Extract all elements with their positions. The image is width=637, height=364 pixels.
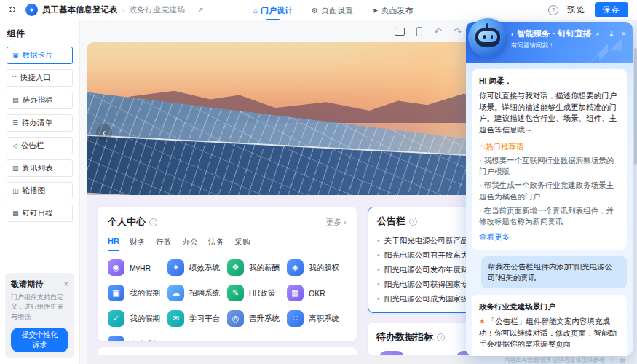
tab-portal-design[interactable]: ⌂ 门户设计 [253, 0, 293, 20]
personal-tabs: HR 财务 行政 办公 法务 采购 [108, 237, 347, 251]
mobile-view-icon[interactable] [416, 27, 422, 36]
app-okr[interactable]: ▦OKR [287, 285, 347, 301]
app-promotion[interactable]: ◎晋升系统 [227, 310, 287, 327]
app-equity[interactable]: ◈我的股权 [287, 259, 347, 276]
app-performance[interactable]: ✦绩效系统 [167, 259, 227, 276]
tab-finance[interactable]: 财务 [130, 237, 146, 251]
app-vacation[interactable]: ▣我的假期 [108, 285, 167, 301]
mail-icon: ✉ [167, 310, 184, 327]
tab-page-publish[interactable]: ➤ 页面发布 [372, 0, 413, 20]
app-recruiting[interactable]: ☁招聘系统 [167, 285, 227, 301]
app-label: 离职系统 [309, 314, 339, 324]
quick-entry-icon: ∷ [12, 74, 17, 82]
tab-legal[interactable]: 法务 [208, 237, 224, 251]
robot-eye [483, 35, 486, 39]
popup-title: 敬请期待 [11, 279, 43, 290]
sidebar-item-label: 公告栏 [21, 141, 44, 151]
section-title: 公告栏 [377, 215, 405, 228]
app-resignation[interactable]: ∷离职系统 [287, 310, 347, 327]
app-grid: ◉MyHR ✦绩效系统 ❖我的薪酬 ◈我的股权 ▣我的假期 ☁招聘系统 ✎HR政… [108, 259, 347, 341]
app-label: 我的假期 [130, 314, 160, 324]
greeting-text: Hi 闵柔， [479, 76, 620, 87]
tab-procurement[interactable]: 采购 [234, 237, 250, 251]
publish-icon: ➤ [372, 7, 378, 15]
page-footer: 内容由AI技能/服务提供者提供仅供参考 ☝ ▤ [87, 355, 637, 364]
app-learning[interactable]: ✉学习平台 [167, 310, 227, 327]
bullet-dot: • [377, 265, 380, 274]
sidebar-item-todo-metric[interactable]: ▤ 待办指标 [7, 92, 73, 109]
sidebar-item-carousel[interactable]: ◫ 轮播图 [7, 182, 73, 199]
close-icon[interactable]: × [64, 280, 68, 288]
app-label: OKR [309, 289, 325, 298]
sidebar-item-label: 待办指标 [23, 95, 53, 106]
app-label: 我的薪酬 [249, 263, 280, 273]
preview-button[interactable]: 预览 [567, 4, 586, 15]
tab-label: 门户设计 [261, 5, 293, 16]
app-salary[interactable]: ❖我的薪酬 [227, 259, 287, 276]
bullet-dot: • [377, 294, 380, 303]
monitor-icon: ▣ [108, 285, 124, 301]
scrollbar-thumb[interactable] [634, 48, 637, 165]
chat-message-area: Hi 闵柔， 你可以直接与我对话，描述你想要的门户场景。详细的描述能够生成更加精… [466, 63, 633, 356]
diamond-icon: ◈ [287, 259, 304, 276]
component-sidebar: 组件 ▣ 数据卡片 ∷ 快捷入口 ▤ 待办指标 ☰ 待办清单 ◁ 公告栏 ▥ 资… [0, 20, 80, 364]
gear-icon: ⚙ [312, 7, 318, 15]
app-vacation-2[interactable]: ✓我的假期 [108, 310, 167, 327]
top-bar-actions: ? 预览 保存 [548, 2, 628, 17]
info-icon: ? [437, 333, 445, 341]
see-more-link[interactable]: 查看更多 [479, 232, 620, 243]
tab-hr[interactable]: HR [108, 237, 119, 251]
submit-request-button[interactable]: 提交个性化诉求 [11, 328, 68, 352]
app-hr-policy[interactable]: ✎HR政策 [227, 285, 287, 301]
shield-check-icon: ✓ [108, 310, 124, 327]
help-icon[interactable]: ? [548, 5, 558, 15]
star-icon: ✦ [167, 259, 184, 276]
sidebar-item-todo-list[interactable]: ☰ 待办清单 [7, 114, 73, 132]
close-panel-icon[interactable]: × [622, 29, 626, 39]
ai-assistant-panel: ‹ 智能服务 · 钉钉宜搭 ↗ 有问题请问我！ ↧ × Hi 闵柔， 你可以直接… [466, 22, 633, 356]
app-talent-growth[interactable]: ❑人才成长 [108, 336, 167, 341]
tab-admin[interactable]: 行政 [156, 237, 172, 251]
app-logo-icon: ✦ [25, 4, 38, 16]
bullet-dot: • [377, 236, 380, 245]
personal-center-component[interactable]: 个人中心 ? 更多 › HR 财务 行政 办公 法务 采购 [98, 207, 357, 341]
sidebar-item-announcement[interactable]: ◁ 公告栏 [7, 137, 73, 154]
undo-icon[interactable]: ↶ [434, 26, 442, 37]
suggestion-item[interactable]: · 我想要一个互联网行业数据洞察场景的门户模版 [479, 155, 620, 178]
top-bar: ✦ 员工基本信息登记表 › 政务行业党建场... ↗ ⌂ 门户设计 ⚙ 页面设置… [0, 0, 637, 20]
save-button[interactable]: 保存 [595, 2, 628, 17]
app-myhr[interactable]: ◉MyHR [108, 259, 167, 276]
redo-icon[interactable]: ↷ [454, 26, 462, 37]
home-icon: ⌂ [253, 7, 258, 15]
feedback-up-icon[interactable]: ☝ [611, 357, 614, 363]
app-label: 绩效系统 [189, 263, 220, 273]
thumbs-up-icon[interactable]: ☝ [603, 355, 608, 356]
tab-office[interactable]: 办公 [182, 237, 198, 251]
thumbs-down-icon[interactable]: ☟ [614, 355, 620, 356]
news-list-icon: ▥ [12, 165, 19, 172]
page-scrollbar[interactable] [633, 20, 637, 355]
app-window: ✦ 员工基本信息登记表 › 政务行业党建场... ↗ ⌂ 门户设计 ⚙ 页面设置… [0, 0, 637, 364]
sidebar-item-quick-entry[interactable]: ∷ 快捷入口 [7, 69, 73, 87]
sidebar-item-data-card[interactable]: ▣ 数据卡片 [7, 47, 73, 64]
document-title: 员工基本信息登记表 [42, 4, 118, 15]
external-link-icon[interactable]: ↗ [197, 6, 203, 14]
tab-label: 页面设置 [321, 5, 353, 16]
pin-icon[interactable]: ↧ [608, 29, 614, 39]
sidebar-item-news-list[interactable]: ▥ 资讯列表 [7, 159, 73, 177]
suggestion-item[interactable]: · 在当前页面新增一个资讯列表组件，并修改标题名称为新闻资讯 [479, 205, 620, 229]
breadcrumb-page[interactable]: 政务行业党建场... [129, 4, 191, 15]
app-grid-icon[interactable] [9, 6, 17, 14]
tab-page-settings[interactable]: ⚙ 页面设置 [312, 0, 353, 20]
todo-list-icon: ☰ [12, 119, 18, 127]
reply-text: 「公告栏」组件智能文案内容填充成功！你可以继续对话，修改页面，智能助手会根据你的… [479, 317, 617, 349]
open-external-icon[interactable]: ↗ [594, 31, 600, 38]
sidebar-item-dingtalk-schedule[interactable]: ▦ 钉钉日程 [7, 205, 73, 222]
back-icon[interactable]: ‹ [511, 29, 514, 39]
desktop-view-icon[interactable] [395, 28, 405, 36]
coming-soon-popup: 敬请期待 × 门户组件支持自定义，进行组件扩展与增强 提交个性化诉求 [5, 273, 74, 359]
more-link[interactable]: 更多 › [325, 217, 347, 228]
feedback-menu-icon[interactable]: ▤ [620, 357, 625, 363]
user-message-bubble: 帮我在公告栏组件内添加“阳光电源公司”相关的资讯 [481, 256, 627, 288]
suggestion-item[interactable]: · 帮我生成一个政务行业党建政务场景主题色为橘色的门户 [479, 180, 620, 203]
